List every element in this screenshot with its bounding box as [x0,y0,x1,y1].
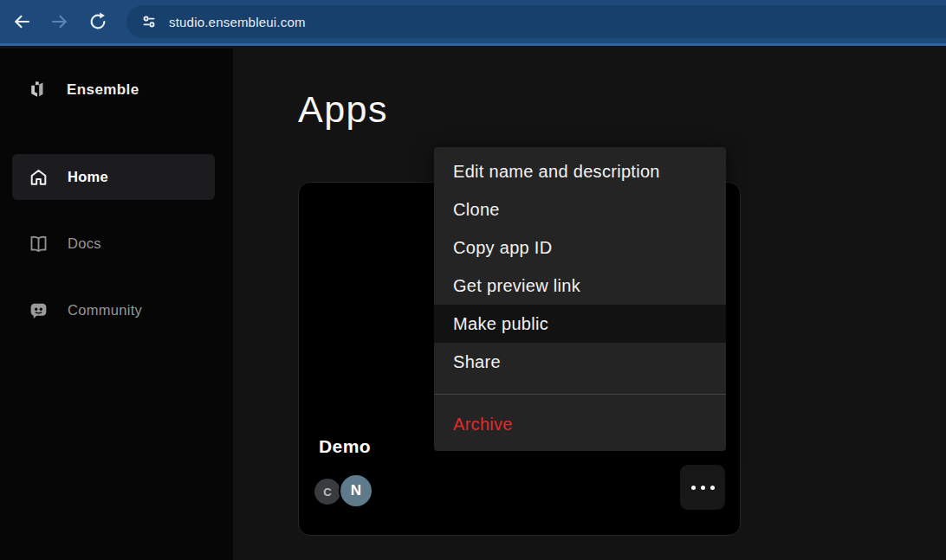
sidebar-item-home[interactable]: Home [12,154,215,200]
discord-icon [27,299,49,321]
docs-icon [27,233,49,254]
menu-item-archive[interactable]: Archive [434,405,726,443]
ensemble-logo-icon [25,77,50,102]
brand-label: Ensemble [67,81,139,99]
url-bar[interactable]: studio.ensembleui.com [126,5,946,38]
menu-item-clone[interactable]: Clone [434,190,726,229]
sidebar-item-community[interactable]: Community [12,287,215,333]
more-options-icon [691,486,696,490]
browser-window: studio.ensembleui.com Ensemble Home [0,0,946,560]
forward-arrow-icon [49,11,70,32]
menu-item-make-public[interactable]: Make public [434,305,726,343]
sidebar-item-docs[interactable]: Docs [12,221,215,267]
page-title: Apps [298,88,388,131]
menu-item-share[interactable]: Share [434,343,726,381]
menu-divider [434,394,726,395]
app-context-menu: Edit name and description Clone Copy app… [434,147,726,451]
reload-icon [87,11,108,32]
menu-item-get-preview-link[interactable]: Get preview link [434,267,726,305]
brand[interactable]: Ensemble [25,77,139,102]
sidebar: Ensemble Home Docs [0,48,233,560]
forward-button[interactable] [43,5,76,38]
reload-button[interactable] [81,5,114,38]
site-settings-icon[interactable] [138,10,160,33]
sidebar-item-label: Home [68,169,108,185]
avatar: N [339,473,373,508]
menu-item-edit-name[interactable]: Edit name and description [434,152,726,190]
url-text[interactable]: studio.ensembleui.com [169,15,306,29]
app-name: Demo [319,436,371,457]
more-options-button[interactable] [680,465,725,510]
menu-item-copy-app-id[interactable]: Copy app ID [434,229,726,267]
sidebar-item-label: Community [68,302,142,319]
avatar: C [313,477,342,506]
browser-toolbar: studio.ensembleui.com [0,0,946,46]
back-arrow-icon [11,11,32,32]
home-icon [27,166,49,188]
back-button[interactable] [5,5,38,38]
sidebar-item-label: Docs [68,235,101,252]
